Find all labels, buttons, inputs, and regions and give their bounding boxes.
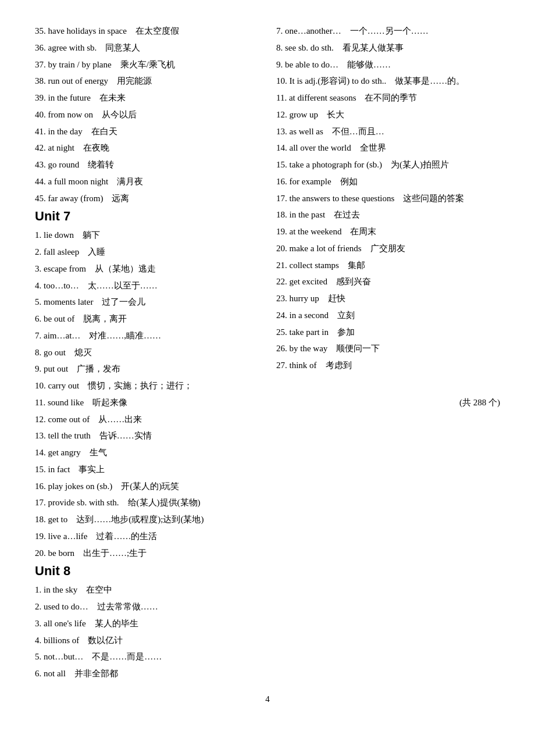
item-english: from now on: [48, 110, 102, 119]
item-chinese: 感到兴奋: [336, 277, 371, 286]
item-number: 37.: [35, 60, 48, 69]
list-item: 19. live a…life 过着……的生活: [35, 529, 259, 545]
item-chinese: 开(某人的)玩笑: [121, 482, 179, 491]
list-item: 1. lie down 躺下: [35, 227, 259, 244]
item-chinese: 告诉……实情: [99, 431, 152, 440]
item-chinese: 脱离，离开: [83, 314, 127, 323]
item-chinese: 顺便问一下: [336, 344, 380, 353]
item-chinese: 过着……的生活: [96, 532, 157, 541]
list-item: 16. for example 例如: [276, 174, 500, 190]
list-item: 18. in the past 在过去: [276, 207, 500, 223]
item-english: see sb. do sth.: [285, 43, 343, 52]
item-number: 3.: [35, 619, 44, 628]
item-number: 19.: [35, 532, 48, 541]
item-number: 19.: [276, 227, 290, 236]
item-chinese: 长大: [327, 110, 344, 119]
item-number: 40.: [35, 110, 48, 119]
item-english: aim…at…: [44, 331, 89, 340]
item-english: too…to…: [44, 281, 88, 290]
right-list: 7. one…another… 一个……另一个……8. see sb. do s…: [276, 23, 500, 374]
item-number: 20.: [276, 244, 290, 253]
item-number: 36.: [35, 43, 48, 52]
item-english: for example: [290, 177, 340, 186]
item-number: 17.: [35, 498, 48, 507]
list-item: 17. provide sb. with sth. 给(某人)提供(某物): [35, 495, 259, 511]
item-number: 5.: [35, 297, 44, 306]
item-number: 7.: [35, 331, 44, 340]
item-number: 22.: [276, 277, 290, 286]
item-chinese: 并非全部都: [74, 669, 118, 678]
item-chinese: 不是……而是……: [92, 652, 162, 661]
list-item: 11. sound like 听起来像: [35, 395, 259, 411]
item-chinese: 为(某人)拍照片: [391, 160, 449, 169]
item-chinese: 赶快: [328, 294, 345, 303]
list-item: 14. all over the world 全世界: [276, 140, 500, 156]
item-english: far away (from): [48, 194, 112, 203]
item-number: 18.: [35, 515, 48, 524]
list-item: 9. be able to do… 能够做……: [276, 57, 500, 73]
item-chinese: 在过去: [334, 210, 360, 219]
item-number: 1.: [35, 230, 44, 240]
item-english: sound like: [48, 398, 92, 407]
item-chinese: 从今以后: [102, 110, 137, 119]
list-item: 4. too…to… 太……以至于……: [35, 278, 259, 294]
item-english: at night: [48, 143, 83, 152]
item-english: go round: [48, 160, 88, 169]
item-number: 13.: [35, 431, 48, 440]
list-item: 8. see sb. do sth. 看见某人做某事: [276, 40, 500, 56]
item-english: the answers to these questions: [290, 194, 404, 203]
item-english: lie down: [44, 230, 83, 240]
item-english: in fact: [48, 465, 79, 474]
item-english: at different seasons: [289, 93, 365, 102]
item-chinese: 不但…而且…: [332, 127, 384, 136]
item-chinese: 在周末: [350, 227, 376, 236]
item-number: 7.: [276, 26, 285, 35]
list-item: 35. have holidays in space 在太空度假: [35, 23, 259, 40]
item-chinese: 做某事是……的。: [395, 76, 465, 85]
item-english: be born: [48, 548, 83, 558]
item-number: 24.: [276, 311, 290, 320]
list-item: 8. go out 熄灭: [35, 345, 259, 361]
item-number: 17.: [276, 194, 290, 203]
item-number: 39.: [35, 93, 48, 102]
item-english: live a…life: [48, 532, 97, 541]
list-item: 20. be born 出生于……;生于: [35, 545, 259, 562]
item-english: in the future: [48, 93, 99, 102]
list-item: 12. come out of 从……出来: [35, 412, 259, 428]
item-english: agree with sb.: [48, 43, 106, 52]
list-item: 42. at night 在夜晚: [35, 140, 259, 156]
item-english: escape from: [44, 264, 95, 273]
list-item: 16. play jokes on (sb.) 开(某人的)玩笑: [35, 479, 259, 495]
list-item: 18. get to 达到……地步(或程度);达到(某地): [35, 512, 259, 528]
item-chinese: 考虑到: [326, 361, 352, 370]
item-chinese: 给(某人)提供(某物): [128, 498, 201, 507]
list-item: 13. as well as 不但…而且…: [276, 124, 500, 140]
item-number: 9.: [35, 364, 44, 373]
item-number: 1.: [35, 585, 44, 594]
item-english: by the way: [290, 344, 337, 353]
item-number: 38.: [35, 76, 48, 85]
item-number: 23.: [276, 294, 290, 303]
item-english: grow up: [290, 110, 327, 119]
item-english: all one's life: [44, 619, 95, 628]
list-item: 14. get angry 生气: [35, 445, 259, 461]
item-number: 2.: [35, 247, 44, 256]
list-item: 22. get excited 感到兴奋: [276, 274, 500, 290]
list-item: 21. collect stamps 集邮: [276, 258, 500, 274]
item-chinese: 能够做……: [347, 60, 391, 69]
item-number: 42.: [35, 143, 48, 152]
list-item: 11. at different seasons 在不同的季节: [276, 90, 500, 106]
list-item: 10. carry out 惯切，实施；执行；进行；: [35, 378, 259, 394]
item-english: moments later: [44, 297, 102, 306]
item-english: come out of: [48, 415, 99, 424]
item-number: 16.: [35, 482, 48, 491]
list-item: 1. in the sky 在空中: [35, 582, 259, 598]
item-number: 10.: [35, 381, 48, 390]
item-number: 43.: [35, 160, 48, 169]
item-number: 11.: [276, 93, 289, 102]
list-item: 5. not…but… 不是……而是……: [35, 649, 259, 665]
item-english: take part in: [290, 327, 337, 337]
list-item: 7. one…another… 一个……另一个……: [276, 23, 500, 40]
item-number: 25.: [276, 327, 290, 337]
item-english: take a photograph for (sb.): [290, 160, 391, 169]
